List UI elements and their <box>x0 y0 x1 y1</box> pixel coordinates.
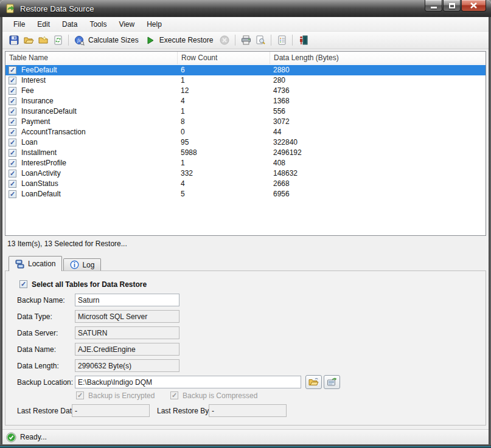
table-row[interactable]: ✓ Loan 95 322840 <box>5 137 486 148</box>
menu-tools[interactable]: Tools <box>83 18 113 30</box>
toolbar-separator <box>292 35 293 46</box>
row-checkbox[interactable]: ✓ <box>9 77 16 84</box>
toolbar-separator <box>271 35 271 46</box>
data-server-input <box>75 326 179 339</box>
menu-help[interactable]: Help <box>141 18 168 30</box>
menu-view[interactable]: View <box>113 18 141 30</box>
cell-row-count: 4 <box>181 179 185 189</box>
menu-edit[interactable]: Edit <box>31 18 56 30</box>
tab-log[interactable]: Log <box>63 258 101 271</box>
maximize-icon <box>449 3 455 9</box>
cell-table-name: LoanStatus <box>21 179 58 189</box>
select-all-checkbox[interactable]: ✓ <box>19 280 27 288</box>
row-checkbox[interactable]: ✓ <box>9 170 16 177</box>
cell-table-name: FeeDefault <box>21 65 57 75</box>
stop-icon <box>220 35 229 45</box>
close-button[interactable] <box>461 0 486 12</box>
cell-row-count: 1 <box>181 106 185 117</box>
backup-location-label: Backup Location: <box>17 378 73 387</box>
refresh-icon <box>54 35 63 45</box>
cell-row-count: 1 <box>181 75 185 86</box>
table-row[interactable]: ✓ FeeDefault 6 2880 <box>5 65 486 75</box>
table-row[interactable]: ✓ LoanActivity 332 148632 <box>5 168 486 179</box>
data-length-label: Data Length: <box>17 362 59 370</box>
row-checkbox[interactable]: ✓ <box>9 180 16 188</box>
print-preview-button[interactable] <box>254 33 267 47</box>
cell-table-name: InsuranceDefault <box>21 106 77 117</box>
minimize-icon <box>431 7 437 9</box>
backup-encrypted-label: Backup is Encrypted <box>88 391 155 400</box>
exit-button[interactable] <box>296 33 310 47</box>
table-row[interactable]: ✓ AccountTransaction 0 44 <box>5 127 486 137</box>
print-button[interactable] <box>239 33 252 47</box>
menu-bar: File Edit Data Tools View Help <box>2 17 489 32</box>
cell-row-count: 4 <box>181 96 185 106</box>
table-row[interactable]: ✓ Installment 5988 2496192 <box>5 148 486 158</box>
title-bar[interactable]: Restore Data Source <box>0 0 491 17</box>
row-checkbox[interactable]: ✓ <box>9 190 16 198</box>
row-checkbox[interactable]: ✓ <box>9 87 16 95</box>
calculate-sizes-icon: fx <box>74 35 85 46</box>
row-checkbox[interactable]: ✓ <box>9 108 16 115</box>
open-button[interactable] <box>22 33 35 47</box>
row-checkbox[interactable]: ✓ <box>9 139 16 146</box>
properties-button[interactable] <box>37 33 50 47</box>
maximize-button[interactable] <box>443 0 461 12</box>
table-row[interactable]: ✓ Insurance 4 1368 <box>5 96 486 106</box>
cell-data-length: 44 <box>273 127 281 137</box>
toolbar-separator <box>68 35 69 46</box>
row-checkbox[interactable]: ✓ <box>9 118 16 126</box>
browse-folder-button[interactable] <box>305 375 322 389</box>
table-row[interactable]: ✓ Payment 8 3072 <box>5 117 486 127</box>
select-all-label: Select all Tables for Data Restore <box>32 280 147 289</box>
calculate-sizes-label[interactable]: Calculate Sizes <box>88 36 139 44</box>
execute-restore-label[interactable]: Execute Restore <box>159 36 214 44</box>
cell-table-name: Fee <box>21 86 34 96</box>
column-header-table-name[interactable]: Table Name <box>5 52 178 64</box>
table-row[interactable]: ✓ Fee 12 4736 <box>5 86 486 96</box>
menu-data[interactable]: Data <box>56 18 83 30</box>
table-row[interactable]: ✓ InsuranceDefault 1 556 <box>5 106 486 117</box>
refresh-button[interactable] <box>51 33 64 47</box>
execute-restore-button[interactable] <box>144 33 157 47</box>
row-checkbox[interactable]: ✓ <box>9 149 16 157</box>
cell-row-count: 1 <box>181 158 185 168</box>
row-checkbox[interactable]: ✓ <box>9 66 16 74</box>
ready-status-icon <box>6 432 16 443</box>
backup-name-label: Backup Name: <box>17 296 65 305</box>
cell-table-name: Insurance <box>21 96 54 106</box>
data-name-input <box>75 343 179 356</box>
menu-file[interactable]: File <box>7 18 31 30</box>
minimize-button[interactable] <box>425 0 442 12</box>
table-row[interactable]: ✓ Interest 1 280 <box>5 75 486 86</box>
table-row[interactable]: ✓ LoanDefault 5 6956 <box>5 189 486 199</box>
report-button[interactable] <box>275 33 288 47</box>
backup-name-input[interactable] <box>75 294 179 306</box>
explore-location-button[interactable] <box>324 375 340 389</box>
column-header-row-count[interactable]: Row Count <box>178 52 270 64</box>
cell-data-length: 2496192 <box>273 148 302 158</box>
table-row[interactable]: ✓ InterestProfile 1 408 <box>5 158 486 168</box>
cell-table-name: LoanActivity <box>21 168 61 179</box>
row-checkbox[interactable]: ✓ <box>9 159 16 167</box>
table-row[interactable]: ✓ LoanStatus 4 2668 <box>5 179 486 189</box>
cell-row-count: 332 <box>181 168 193 179</box>
toolbar-separator <box>235 35 235 46</box>
save-button[interactable] <box>7 33 21 47</box>
backup-location-input[interactable] <box>75 376 301 388</box>
tab-location[interactable]: Location <box>9 256 62 271</box>
cell-row-count: 95 <box>181 137 189 148</box>
data-name-label: Data Name: <box>17 345 56 354</box>
row-checkbox[interactable]: ✓ <box>9 128 16 136</box>
browse-folder-icon <box>308 377 319 387</box>
client-area: File Edit Data Tools View Help <box>2 17 489 444</box>
exit-icon <box>298 35 308 45</box>
cell-data-length: 408 <box>273 158 285 168</box>
calculate-sizes-button[interactable]: fx <box>72 33 86 47</box>
tab-location-label: Location <box>28 260 55 268</box>
row-checkbox[interactable]: ✓ <box>9 97 16 105</box>
column-header-data-length[interactable]: Data Length (Bytes) <box>270 52 486 64</box>
cell-row-count: 5 <box>181 189 185 199</box>
window-border-right <box>489 17 491 448</box>
cell-data-length: 148632 <box>273 168 298 179</box>
